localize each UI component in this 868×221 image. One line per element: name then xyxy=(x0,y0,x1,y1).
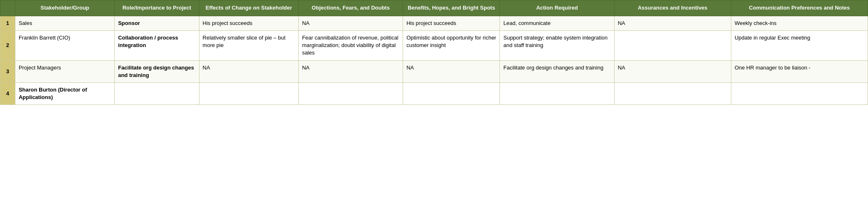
table-row: 4Sharon Burton (Director ofApplications) xyxy=(0,83,868,105)
cell-stakeholder: Project Managers xyxy=(15,60,114,82)
cell-comm xyxy=(731,83,868,105)
header-effects: Effects of Change on Stakeholder xyxy=(199,0,298,16)
cell-action: Facilitate org design changes and traini… xyxy=(500,60,614,82)
row-number: 4 xyxy=(0,83,15,105)
cell-comm: Weekly check-ins xyxy=(731,16,868,30)
cell-stakeholder: Sales xyxy=(15,16,114,30)
cell-benefits: Optimistic about opportunity for richer … xyxy=(403,31,500,61)
cell-assurances: NA xyxy=(614,60,731,82)
cell-role: Collaboration / process integration xyxy=(115,31,199,61)
cell-role: Sponsor xyxy=(115,16,199,30)
cell-comm: Update in regular Exec meeting xyxy=(731,31,868,61)
cell-effects: NA xyxy=(199,60,298,82)
table-row: 1SalesSponsorHis project succeedsNAHis p… xyxy=(0,16,868,30)
cell-role xyxy=(115,83,199,105)
row-number: 2 xyxy=(0,31,15,61)
cell-objections: Fear cannibalization of revenue, politic… xyxy=(298,31,403,61)
cell-objections: NA xyxy=(298,60,403,82)
header-objections: Objections, Fears, and Doubts xyxy=(298,0,403,16)
cell-action: Support strategy; enable system integrat… xyxy=(500,31,614,61)
cell-benefits: NA xyxy=(403,60,500,82)
cell-objections xyxy=(298,83,403,105)
cell-benefits: His project succeeds xyxy=(403,16,500,30)
cell-action: Lead, communicate xyxy=(500,16,614,30)
cell-effects xyxy=(199,83,298,105)
cell-assurances xyxy=(614,31,731,61)
header-num xyxy=(0,0,15,16)
header-action: Action Required xyxy=(500,0,614,16)
cell-role: Facilitate org design changes and traini… xyxy=(115,60,199,82)
cell-effects: Relatively smaller slice of pie – but mo… xyxy=(199,31,298,61)
header-comm: Communication Preferences and Notes xyxy=(731,0,868,16)
header-role: Role/Importance to Project xyxy=(115,0,199,16)
header-benefits: Benefits, Hopes, and Bright Spots xyxy=(403,0,500,16)
cell-stakeholder: Franklin Barrett (CIO) xyxy=(15,31,114,61)
cell-assurances xyxy=(614,83,731,105)
row-number: 1 xyxy=(0,16,15,30)
cell-comm: One HR manager to be liaison - xyxy=(731,60,868,82)
cell-objections: NA xyxy=(298,16,403,30)
header-assurances: Assurances and Incentives xyxy=(614,0,731,16)
stakeholder-table-wrapper: Stakeholder/Group Role/Importance to Pro… xyxy=(0,0,868,105)
table-row: 2Franklin Barrett (CIO)Collaboration / p… xyxy=(0,31,868,61)
cell-assurances: NA xyxy=(614,16,731,30)
row-number: 3 xyxy=(0,60,15,82)
header-stakeholder: Stakeholder/Group xyxy=(15,0,114,16)
cell-action xyxy=(500,83,614,105)
cell-benefits xyxy=(403,83,500,105)
stakeholder-table: Stakeholder/Group Role/Importance to Pro… xyxy=(0,0,868,105)
cell-effects: His project succeeds xyxy=(199,16,298,30)
table-row: 3Project ManagersFacilitate org design c… xyxy=(0,60,868,82)
cell-stakeholder: Sharon Burton (Director ofApplications) xyxy=(15,83,114,105)
